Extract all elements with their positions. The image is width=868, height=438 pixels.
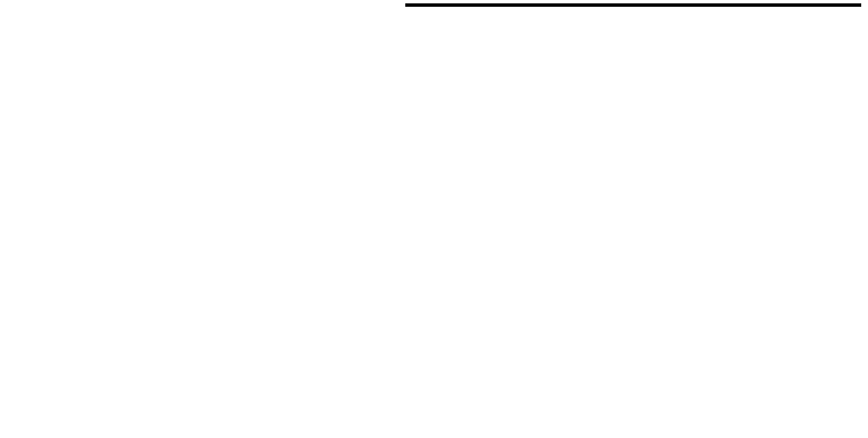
sed-flow-diagram: file （磁盘） 模式空间 （缓冲区） 标准输出 读取一行 内存 进行条件匹配… [0, 0, 388, 7]
diagram-arrows [0, 0, 388, 7]
right-terminal: [xiaozhi@localhost 2016_6_25]$ sed s/'^a… [405, 3, 861, 7]
